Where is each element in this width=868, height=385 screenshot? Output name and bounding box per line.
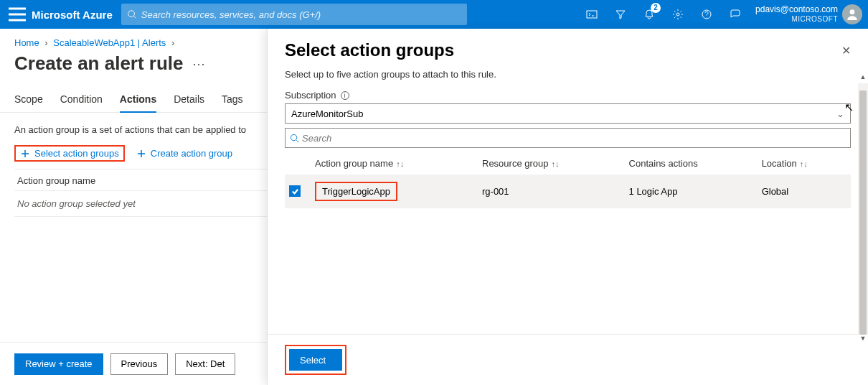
tab-actions[interactable]: Actions [120,88,156,112]
action-group-search[interactable] [285,128,851,148]
global-search[interactable] [121,4,467,25]
search-icon [290,134,299,143]
panel-help-text: Select up to five action groups to attac… [285,69,851,80]
brand-label[interactable]: Microsoft Azure [32,9,113,21]
account-info[interactable]: pdavis@contoso.com MICROSOFT [755,4,838,24]
subscription-value: AzureMonitorSub [291,108,363,119]
user-org: MICROSOFT [755,14,838,24]
tab-scope[interactable]: Scope [14,88,43,112]
panel-footer: Select [268,334,868,385]
table-row[interactable]: TriggerLogicApp rg-001 1 Logic App Globa… [285,175,851,208]
col-contains[interactable]: Contains actions [625,152,758,175]
tab-tags[interactable]: Tags [222,88,243,112]
info-icon[interactable]: i [341,91,349,100]
plus-icon [136,149,146,159]
sort-icon: ↑↓ [552,159,560,168]
breadcrumb-item[interactable]: ScaleableWebApp1 | Alerts [53,37,166,48]
global-search-input[interactable] [141,9,461,20]
notification-badge: 2 [651,3,661,13]
scroll-up-icon[interactable]: ▲ [858,73,868,83]
action-groups-table: Action group name↑↓ Resource group↑↓ Con… [285,152,851,208]
location-cell: Global [758,175,851,208]
checkbox-checked[interactable] [289,185,301,197]
chevron-right-icon: › [171,37,174,48]
resource-group-cell: rg-001 [478,175,625,208]
next-button[interactable]: Next: Det [175,353,235,375]
azure-top-bar: Microsoft Azure 2 pdavis@contoso.com MIC… [0,0,868,29]
help-icon[interactable] [692,0,721,29]
select-button[interactable]: Select [289,349,342,371]
user-email: pdavis@contoso.com [755,4,838,14]
chevron-down-icon: ⌄ [836,108,844,119]
svg-rect-1 [587,11,597,18]
svg-point-2 [676,13,679,16]
col-name[interactable]: Action group name↑↓ [311,152,478,175]
scroll-thumb[interactable] [859,91,867,335]
action-group-search-input[interactable] [302,133,846,144]
notifications-icon[interactable]: 2 [635,0,664,29]
feedback-icon[interactable] [721,0,750,29]
settings-icon[interactable] [664,0,692,29]
svg-point-5 [291,134,296,140]
contains-actions-cell: 1 Logic App [625,175,758,208]
col-rg[interactable]: Resource group↑↓ [478,152,625,175]
panel-title: Select action groups [285,40,841,60]
panel-scrollbar[interactable]: ▲ ▼ [858,83,868,335]
create-action-group-button[interactable]: Create action group [131,145,238,162]
tab-condition[interactable]: Condition [60,88,103,112]
sort-icon: ↑↓ [396,159,404,168]
subscription-select[interactable]: AzureMonitorSub ⌄ [285,103,851,124]
more-actions-icon[interactable]: ⋯ [192,56,205,72]
action-group-name-cell: TriggerLogicApp [315,182,397,201]
subscription-label: Subscription i [285,90,851,101]
search-icon [127,9,137,19]
review-create-button[interactable]: Review + create [14,353,103,375]
cloud-shell-icon[interactable] [577,0,606,29]
previous-button[interactable]: Previous [110,353,169,375]
scroll-down-icon[interactable]: ▼ [858,335,868,345]
select-action-groups-button[interactable]: Select action groups [14,145,125,162]
sort-icon: ↑↓ [800,159,808,168]
tab-details[interactable]: Details [174,88,204,112]
directory-filter-icon[interactable] [606,0,635,29]
avatar[interactable] [842,4,862,24]
close-icon[interactable]: ✕ [841,44,851,57]
page-title: Create an alert rule [14,52,184,75]
svg-point-0 [128,11,135,17]
plus-icon [20,149,30,159]
select-action-groups-panel: Select action groups ✕ Select up to five… [267,29,868,385]
svg-point-4 [850,9,855,14]
breadcrumb-item[interactable]: Home [14,37,39,48]
col-location[interactable]: Location↑↓ [758,152,851,175]
chevron-right-icon: › [44,37,47,48]
hamburger-icon[interactable] [6,3,29,26]
